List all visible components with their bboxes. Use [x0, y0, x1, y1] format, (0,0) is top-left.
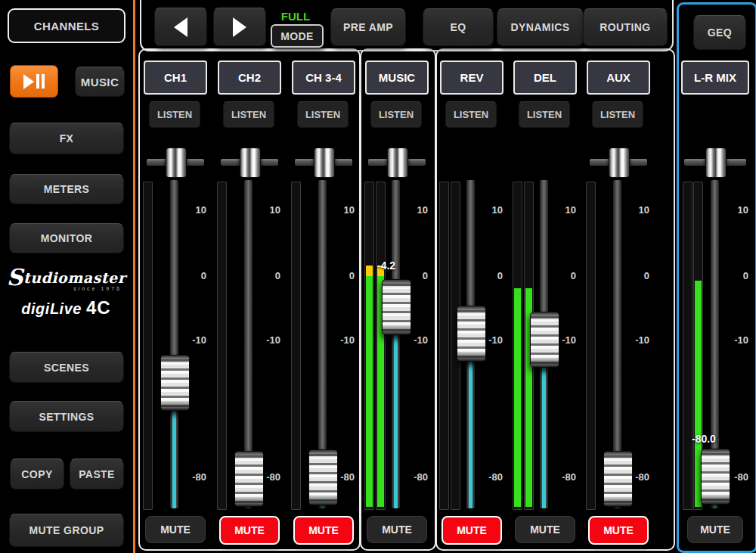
channel-name-button[interactable]: L-R MIX — [681, 61, 749, 95]
pan-knob[interactable] — [166, 148, 187, 178]
channel-name-button[interactable]: DEL — [513, 61, 577, 95]
brand-product: digiLive 4C — [0, 297, 132, 318]
pan-slider[interactable] — [219, 148, 280, 176]
pan-slider[interactable] — [367, 148, 427, 176]
meters-button[interactable]: METERS — [9, 174, 124, 204]
channel-strip-music: MUSIC LISTEN -4.2 10 0 -10 -80 MUTE — [364, 0, 430, 553]
channel-name-button[interactable]: AUX — [587, 61, 650, 95]
scale-tick: 0 — [718, 270, 748, 281]
pan-knob[interactable] — [705, 148, 727, 178]
mute-button[interactable]: MUTE — [687, 516, 743, 543]
settings-button[interactable]: SETTINGS — [9, 401, 124, 432]
mute-button[interactable]: MUTE — [442, 516, 502, 545]
level-meter — [586, 182, 596, 510]
brand-logo: Studiomaster since 1976 digiLive 4C — [0, 269, 132, 318]
scenes-button[interactable]: SCENES — [9, 352, 124, 383]
fader-fill — [469, 360, 472, 508]
channel-name-button[interactable]: CH2 — [218, 61, 281, 95]
fader-fill — [172, 409, 176, 508]
fader-knob[interactable] — [160, 355, 190, 411]
listen-button[interactable]: LISTEN — [519, 101, 570, 128]
scale-tick: -80 — [176, 471, 206, 483]
scale-tick: 0 — [176, 270, 206, 281]
scale-tick: 10 — [472, 204, 503, 216]
listen-button[interactable]: LISTEN — [297, 101, 349, 128]
scale-tick: -10 — [398, 334, 428, 346]
scale-tick: 10 — [619, 204, 649, 216]
pan-knob[interactable] — [387, 148, 408, 178]
scale-tick: -10 — [324, 334, 355, 346]
listen-button[interactable]: LISTEN — [592, 101, 643, 128]
level-meter — [291, 182, 301, 510]
pan-slider[interactable] — [683, 148, 748, 176]
fader-knob[interactable] — [382, 279, 411, 335]
scale-tick: 0 — [546, 270, 576, 281]
channels-button[interactable]: CHANNELS — [8, 8, 125, 43]
scale-tick: 0 — [250, 270, 280, 281]
scale-tick: -10 — [250, 334, 280, 346]
channel-strip-ch2: CH2 LISTEN 10 0 -10 -80 MUTE — [216, 0, 283, 553]
fader-value-label: -80.0 — [692, 433, 716, 445]
mute-button[interactable]: MUTE — [515, 516, 575, 543]
listen-button[interactable]: LISTEN — [370, 101, 422, 128]
listen-button[interactable]: LISTEN — [149, 101, 200, 128]
mixer-app: CHANNELS MUSIC FX METERS MONITOR Studiom… — [0, 0, 756, 553]
scale-tick: 10 — [546, 204, 576, 216]
pan-slider[interactable] — [293, 148, 354, 176]
paste-button[interactable]: PASTE — [70, 458, 124, 489]
mute-button[interactable]: MUTE — [367, 516, 427, 543]
pan-knob[interactable] — [240, 148, 261, 178]
mute-group-button[interactable]: MUTE GROUP — [9, 514, 124, 547]
scale-tick: -10 — [472, 334, 503, 346]
scale-tick: 10 — [250, 204, 280, 216]
channel-name-button[interactable]: CH1 — [144, 61, 207, 95]
scale-tick: -80 — [546, 471, 576, 483]
pan-knob[interactable] — [314, 148, 335, 178]
fader-value-label: -4.2 — [377, 259, 395, 272]
brand-name: Studiomaster — [0, 269, 132, 286]
listen-button[interactable]: LISTEN — [445, 101, 497, 128]
pan-slider[interactable] — [588, 148, 649, 176]
fx-button[interactable]: FX — [9, 123, 124, 154]
scale-tick: -80 — [398, 471, 428, 483]
channel-name-button[interactable]: CH 3-4 — [292, 61, 355, 95]
scale-tick: -80 — [324, 471, 355, 483]
level-meter — [143, 182, 153, 510]
mute-button[interactable]: MUTE — [588, 516, 649, 545]
fader-fill — [542, 366, 546, 508]
scale-tick: 0 — [619, 270, 649, 281]
copy-button[interactable]: COPY — [10, 458, 64, 489]
scale-tick: -10 — [619, 334, 649, 346]
sidebar-divider — [133, 0, 135, 553]
level-meter — [439, 182, 449, 510]
scale-tick: 10 — [398, 204, 428, 216]
monitor-button[interactable]: MONITOR — [9, 223, 124, 253]
scale-tick: -80 — [619, 471, 649, 483]
mute-button[interactable]: MUTE — [145, 516, 206, 543]
channel-name-button[interactable]: MUSIC — [365, 61, 429, 95]
level-meter — [376, 182, 386, 510]
scale-tick: 10 — [176, 204, 206, 216]
scale-tick: 0 — [472, 270, 503, 281]
mute-button[interactable]: MUTE — [219, 516, 280, 545]
scale-tick: -80 — [718, 471, 748, 483]
play-pause-button[interactable] — [10, 65, 58, 98]
music-button[interactable]: MUSIC — [75, 67, 125, 97]
channel-strip-del: DEL LISTEN 10 0 -10 -80 MUTE — [512, 0, 578, 553]
level-meter — [364, 182, 374, 510]
scale-tick: -10 — [718, 334, 748, 346]
mute-button[interactable]: MUTE — [293, 516, 354, 545]
scale-tick: -10 — [546, 334, 576, 346]
channel-name-button[interactable]: REV — [440, 61, 503, 95]
level-meter — [217, 182, 227, 510]
scale-tick: 10 — [324, 204, 355, 216]
pan-slider[interactable] — [145, 148, 206, 176]
scale-tick: 0 — [398, 270, 428, 281]
scale-tick: 0 — [324, 270, 355, 281]
scale-tick: 10 — [718, 204, 748, 216]
fader-knob[interactable] — [457, 306, 486, 362]
channel-strip-rev: REV LISTEN 10 0 -10 -80 MUTE — [438, 0, 505, 553]
listen-button[interactable]: LISTEN — [223, 101, 274, 128]
pan-knob[interactable] — [609, 148, 630, 178]
channel-strip-aux: AUX LISTEN 10 0 -10 -80 MUTE — [585, 0, 652, 553]
